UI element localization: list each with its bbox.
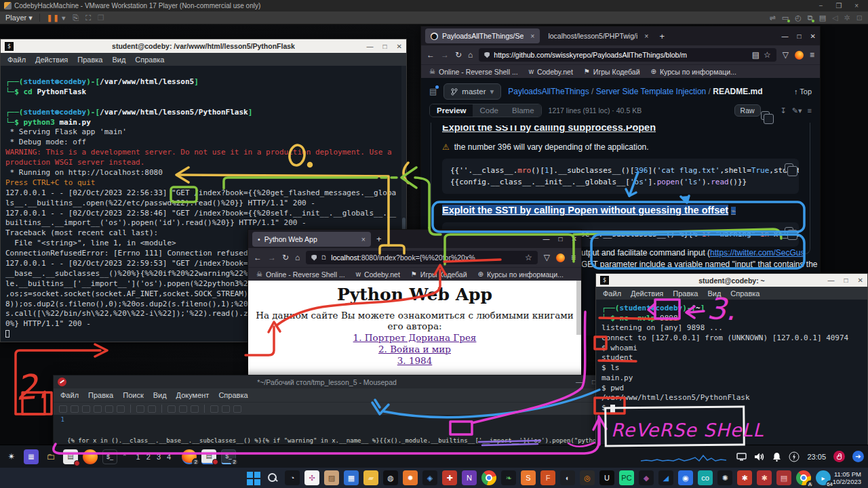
- reload-icon[interactable]: ↻: [282, 253, 289, 262]
- obsidian-icon[interactable]: ◍: [383, 470, 398, 485]
- search-icon[interactable]: [265, 470, 280, 485]
- menu-item[interactable]: Правка: [77, 56, 102, 64]
- minimize-button[interactable]: —: [782, 33, 789, 40]
- save-icon[interactable]: [82, 405, 90, 413]
- blender-icon[interactable]: ◎: [580, 470, 595, 485]
- paste-icon[interactable]: [191, 405, 199, 413]
- twitter-link[interactable]: https://twitter.com/SecGus: [710, 248, 804, 258]
- running-terminal-icon[interactable]: $_2: [221, 449, 236, 464]
- onenote-icon[interactable]: N: [462, 470, 477, 485]
- book-link[interactable]: 3. 1984: [248, 355, 581, 366]
- menu-icon[interactable]: ≡: [571, 253, 576, 262]
- mousepad-textarea[interactable]: 1 {% for x in ().__class__.__base__.__su…: [54, 415, 600, 448]
- pocket-icon[interactable]: ▽: [544, 253, 550, 262]
- slack-icon[interactable]: ✣: [304, 470, 319, 485]
- redo-icon[interactable]: [148, 405, 156, 413]
- mousepad-titlebar[interactable]: *~/Рабочий стол/tmp_lesson_5 - Mousepad …: [54, 375, 600, 388]
- download-icon[interactable]: ↧: [781, 106, 787, 115]
- breadcrumb-repo[interactable]: PayloadsAllTheThings: [508, 87, 589, 96]
- visualstudio-icon[interactable]: ◆: [639, 470, 654, 485]
- section-heading-2[interactable]: Exploit the SSTI by calling Popen withou…: [442, 205, 799, 216]
- section-heading-1[interactable]: Exploit the SSTI by calling subprocess.P…: [442, 125, 799, 133]
- url-text[interactable]: https://github.com/swisskyrepo/PayloadsA…: [494, 51, 687, 59]
- copy-icon[interactable]: [761, 111, 770, 120]
- code-block-1[interactable]: {{''.__class__.mro()[1].__subclasses__()…: [442, 159, 799, 194]
- maps-icon[interactable]: ◉: [678, 470, 693, 485]
- menu-item[interactable]: Вид: [707, 289, 721, 298]
- red-gear-icon[interactable]: ✱: [737, 470, 752, 485]
- usb-icon[interactable]: ⇌: [770, 14, 776, 22]
- vscode-icon[interactable]: ◢: [658, 470, 673, 485]
- telegram-icon[interactable]: ▸64: [816, 470, 831, 485]
- claw-icon[interactable]: ✺: [717, 470, 732, 485]
- menu-item[interactable]: Справка: [218, 391, 248, 399]
- bookmark-item[interactable]: ⚑Игры Кодебай: [584, 68, 640, 76]
- scrollbar[interactable]: [576, 281, 581, 335]
- bookmark-item[interactable]: ⊕Курсы по информаци...: [478, 270, 564, 279]
- bookmark-item[interactable]: ⊕Курсы по информаци...: [651, 68, 736, 76]
- bookmark-star-icon[interactable]: ☆: [525, 253, 532, 262]
- kali-menu-icon[interactable]: ✴: [4, 449, 19, 464]
- menu-item[interactable]: Вид: [153, 391, 167, 399]
- pause-button[interactable]: ❚❚ ▾: [47, 14, 66, 22]
- bookmark-item[interactable]: wCodeby.net: [529, 68, 573, 76]
- top-link[interactable]: ↑ Top: [794, 87, 812, 96]
- cut-icon[interactable]: [167, 405, 176, 413]
- minimize-button[interactable]: —: [828, 277, 835, 284]
- menu-icon[interactable]: ≡: [810, 50, 814, 60]
- bookmark-item[interactable]: ☠Online - Reverse Shell ...: [256, 270, 345, 279]
- bookmark-item[interactable]: ☠Online - Reverse Shell ...: [429, 68, 518, 76]
- running-firefox-icon[interactable]: 2: [182, 449, 197, 464]
- raw-button[interactable]: Raw: [734, 104, 761, 117]
- breadcrumb-folder[interactable]: Server Side Template Injection: [596, 87, 707, 96]
- copy-code-icon[interactable]: [785, 163, 793, 172]
- reader-icon[interactable]: ▤: [752, 50, 760, 60]
- running-mousepad-icon[interactable]: ▤: [201, 449, 216, 464]
- tab-preview[interactable]: Preview: [430, 104, 473, 117]
- book-link[interactable]: 2. Война и мир: [248, 344, 581, 354]
- speedtest-icon[interactable]: ◔: [285, 470, 300, 485]
- search-icon[interactable]: [210, 405, 218, 413]
- settings-device-icon[interactable]: ✲: [844, 14, 850, 22]
- menu-item[interactable]: Правка: [88, 391, 113, 399]
- tab-github[interactable]: ⬤ PayloadsAllTheThings/Se×: [425, 28, 540, 43]
- reload-icon[interactable]: [105, 405, 113, 413]
- power-manager-icon[interactable]: [789, 451, 800, 462]
- co-app-icon[interactable]: co: [698, 470, 713, 485]
- menu-item[interactable]: Вид: [112, 56, 125, 64]
- menu-item[interactable]: Правка: [673, 289, 698, 298]
- tab-blame[interactable]: Blame: [505, 104, 541, 117]
- minimize-button[interactable]: —: [367, 43, 374, 50]
- maximize-button[interactable]: □: [559, 235, 563, 243]
- paint-icon[interactable]: ▤: [776, 470, 791, 485]
- display-device-icon[interactable]: ▭: [782, 14, 789, 22]
- search-replace-icon[interactable]: [222, 405, 230, 413]
- menu-item[interactable]: Поиск: [123, 391, 143, 399]
- left-terminal-titlebar[interactable]: $ student@codeby: /var/www/html/lesson5/…: [1, 39, 406, 53]
- display-icon[interactable]: [736, 453, 747, 461]
- forward-icon[interactable]: →: [441, 50, 449, 60]
- close-tab-icon[interactable]: ×: [530, 32, 534, 40]
- home-icon[interactable]: ⌂: [295, 253, 300, 262]
- right-terminal-titlebar[interactable]: $ student@codeby: ~ —□✕: [596, 274, 867, 287]
- tab-code[interactable]: Code: [473, 104, 505, 117]
- close-tab-icon[interactable]: ×: [361, 235, 366, 243]
- go-to-icon[interactable]: [233, 405, 241, 413]
- adobe-icon[interactable]: F: [540, 470, 555, 485]
- screen-lock-icon[interactable]: [833, 451, 845, 462]
- bookmark-item[interactable]: ⚑Игры Кодебай: [411, 270, 467, 279]
- app-grid-icon[interactable]: ▦: [24, 449, 39, 464]
- url-bar[interactable]: https://github.com/swisskyrepo/PayloadsA…: [479, 48, 776, 62]
- undo-icon[interactable]: [136, 405, 144, 413]
- unreal-icon[interactable]: U: [599, 470, 614, 485]
- calendar-icon[interactable]: ▦: [344, 470, 359, 485]
- tab-python-web-app[interactable]: • Python Web App×: [252, 232, 371, 247]
- menu-item[interactable]: Действия: [631, 289, 663, 298]
- firefox-account-icon[interactable]: [556, 253, 565, 262]
- mousepad-launcher-icon[interactable]: ▤: [63, 449, 78, 464]
- vm-clock[interactable]: 23:05: [807, 453, 826, 461]
- minimize-button[interactable]: —: [543, 235, 550, 243]
- steam-icon[interactable]: ◐: [560, 470, 575, 485]
- minimize-button[interactable]: —: [576, 378, 583, 386]
- firefox-account-icon[interactable]: [795, 51, 804, 60]
